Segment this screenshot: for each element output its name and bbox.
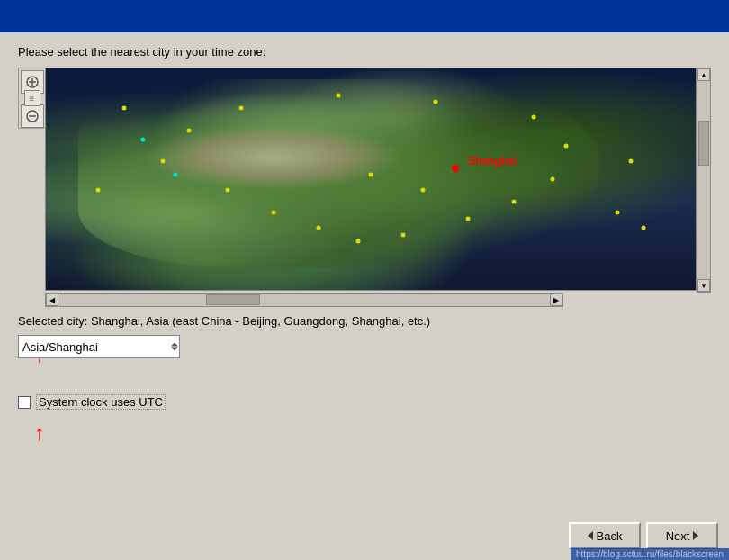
zoom-slider-thumb[interactable]	[24, 90, 40, 106]
city-dot[interactable]	[466, 217, 471, 221]
city-dot[interactable]	[642, 226, 646, 230]
city-dot[interactable]	[95, 188, 100, 193]
map-background: Shanghai	[46, 68, 696, 290]
vertical-scrollbar[interactable]: ▲ ▼	[697, 68, 711, 293]
city-dot-cyan[interactable]	[174, 173, 178, 177]
back-label: Back	[597, 529, 623, 543]
city-dot[interactable]	[551, 177, 555, 182]
utc-arrow-indicator: ↑	[34, 420, 45, 446]
utc-label: System clock uses UTC	[36, 394, 166, 410]
scroll-track-h[interactable]	[58, 294, 550, 306]
city-dot[interactable]	[122, 106, 126, 111]
city-dot[interactable]	[531, 115, 536, 120]
utc-checkbox[interactable]	[18, 396, 31, 409]
zoom-out-button[interactable]	[21, 104, 44, 128]
scroll-thumb-v[interactable]	[698, 121, 709, 166]
city-dot[interactable]	[628, 159, 633, 164]
city-dot[interactable]	[369, 173, 374, 177]
city-dot[interactable]	[226, 188, 230, 193]
city-dot-cyan[interactable]	[141, 137, 146, 141]
city-dot[interactable]	[336, 93, 340, 97]
bottom-url-bar: https://blog.sctuu.ru/files/blackscreen	[571, 548, 729, 560]
map-image[interactable]: Shanghai	[45, 68, 697, 291]
scroll-right-arrow[interactable]: ▶	[550, 294, 562, 306]
city-dot[interactable]	[271, 210, 275, 214]
timezone-select[interactable]: Asia/Shanghai Asia/Tokyo Asia/Beijing UT…	[18, 335, 180, 358]
zoom-controls	[18, 68, 45, 129]
city-dot[interactable]	[317, 226, 321, 230]
scroll-thumb-h[interactable]	[206, 294, 260, 305]
scroll-down-arrow[interactable]: ▼	[698, 279, 710, 292]
city-dot[interactable]	[420, 188, 425, 193]
scroll-track-v[interactable]	[698, 81, 710, 279]
city-dot[interactable]	[434, 99, 438, 104]
city-dot[interactable]	[238, 106, 243, 111]
city-dot[interactable]	[511, 199, 516, 203]
main-content: Please select the nearest city in your t…	[0, 32, 729, 455]
city-dot[interactable]	[186, 128, 191, 132]
city-dot[interactable]	[401, 232, 406, 237]
horizontal-scrollbar-container: ◀ ▶	[45, 293, 563, 307]
horizontal-scrollbar[interactable]: ◀ ▶	[45, 293, 563, 307]
city-dot[interactable]	[356, 239, 360, 243]
scroll-left-arrow[interactable]: ◀	[46, 294, 58, 306]
city-dot[interactable]	[563, 144, 568, 149]
shanghai-dot[interactable]	[452, 165, 459, 172]
utc-row: System clock uses UTC	[18, 394, 711, 410]
city-dot[interactable]	[160, 159, 165, 164]
next-button[interactable]: Next	[646, 522, 718, 549]
back-button[interactable]: Back	[569, 522, 641, 549]
land-mountains	[143, 124, 403, 191]
back-arrow-icon	[588, 531, 593, 540]
nav-buttons: Back Next	[569, 522, 718, 549]
next-label: Next	[666, 529, 690, 543]
instruction-text: Please select the nearest city in your t…	[18, 45, 711, 59]
selected-city-text: Selected city: Shanghai, Asia (east Chin…	[18, 314, 711, 328]
header-bar	[0, 0, 729, 32]
zoom-slider-track[interactable]	[27, 97, 38, 99]
city-dot[interactable]	[616, 210, 620, 214]
next-arrow-icon	[693, 531, 698, 540]
timezone-select-wrapper[interactable]: Asia/Shanghai Asia/Tokyo Asia/Beijing UT…	[18, 335, 180, 358]
scroll-up-arrow[interactable]: ▲	[698, 68, 710, 81]
